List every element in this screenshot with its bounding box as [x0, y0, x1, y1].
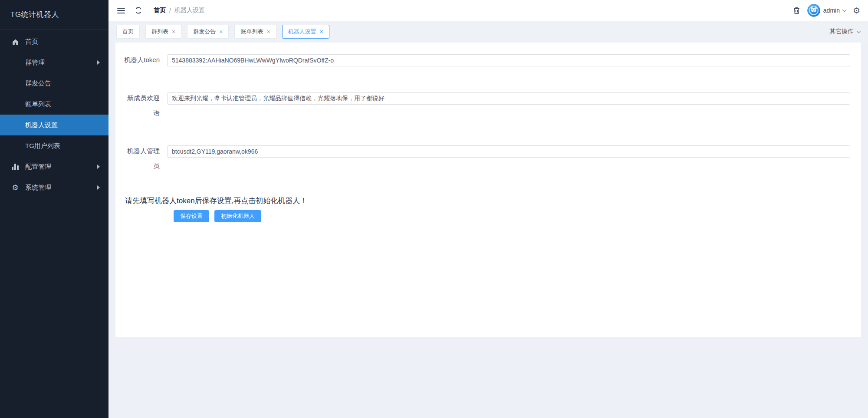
tab-label: 群发公告 — [193, 28, 216, 36]
sidebar-item-broadcast[interactable]: 群发公告 — [0, 73, 108, 94]
sidebar-item-label: 机器人设置 — [25, 121, 58, 129]
bar-chart-icon — [11, 164, 19, 170]
welcome-message-label: 新成员欢迎语 — [124, 91, 160, 120]
sidebar-item-label: 首页 — [25, 38, 38, 46]
chevron-right-icon — [97, 185, 100, 190]
grid-icon — [11, 121, 19, 129]
bot-token-input[interactable] — [167, 54, 850, 66]
collapse-menu-icon[interactable] — [117, 8, 125, 13]
sidebar-item-tg-users[interactable]: TG用户列表 — [0, 135, 108, 156]
more-operations-dropdown[interactable]: 其它操作 — [829, 28, 860, 36]
app-window: TG统计机器人 首页 群管理 群发公告 账单列表 — [0, 0, 868, 418]
setup-hint-text: 请先填写机器人token后保存设置,再点击初始化机器人！ — [125, 196, 850, 206]
close-icon[interactable]: × — [172, 29, 175, 35]
gear-icon: ⚙ — [11, 184, 19, 191]
chevron-right-icon — [97, 60, 100, 65]
sidebar-item-bot-settings[interactable]: 机器人设置 — [0, 115, 108, 135]
tab-bot-settings[interactable]: 机器人设置 × — [282, 25, 329, 39]
welcome-message-input[interactable] — [167, 92, 850, 105]
user-menu[interactable]: admin — [807, 4, 846, 17]
sidebar-item-system-manage[interactable]: ⚙ 系统管理 — [0, 177, 108, 198]
form-row-admins: 机器人管理员 — [124, 145, 850, 173]
user-name: admin — [823, 7, 840, 14]
home-icon — [11, 38, 19, 46]
tab-label: 群列表 — [151, 28, 168, 36]
grid-icon — [11, 79, 19, 87]
sidebar-item-label: 系统管理 — [25, 184, 51, 192]
content-area: 机器人token 新成员欢迎语 机器人管理员 请先填写机器人token后保存设置… — [108, 43, 868, 418]
sidebar-item-group-manage[interactable]: 群管理 — [0, 52, 108, 73]
tab-label: 首页 — [122, 28, 134, 36]
refresh-icon[interactable] — [135, 7, 142, 14]
chevron-right-icon — [97, 165, 100, 169]
tab-label: 账单列表 — [240, 28, 263, 36]
user-avatar — [807, 4, 820, 17]
bot-admins-input[interactable] — [167, 145, 850, 158]
init-bot-button[interactable]: 初始化机器人 — [214, 210, 261, 222]
grid-icon — [11, 59, 19, 66]
close-icon[interactable]: × — [320, 29, 323, 35]
tab-home[interactable]: 首页 — [116, 25, 140, 39]
close-icon[interactable]: × — [266, 29, 270, 35]
tab-bar: 首页 群列表 × 群发公告 × 账单列表 × 机器人设置 × 其它操作 — [108, 21, 868, 43]
breadcrumb: 首页 / 机器人设置 — [154, 7, 205, 14]
sidebar: TG统计机器人 首页 群管理 群发公告 账单列表 — [0, 0, 108, 418]
app-title: TG统计机器人 — [0, 0, 108, 30]
sidebar-item-config-manage[interactable]: 配置管理 — [0, 156, 108, 177]
tab-label: 机器人设置 — [288, 28, 316, 36]
breadcrumb-current: 机器人设置 — [174, 7, 205, 14]
sidebar-item-label: 配置管理 — [25, 163, 51, 171]
breadcrumb-separator: / — [169, 7, 171, 14]
bot-admins-label: 机器人管理员 — [124, 144, 160, 173]
main-area: 首页 / 机器人设置 — [108, 0, 868, 418]
grid-icon — [11, 100, 19, 108]
sidebar-item-label: TG用户列表 — [25, 142, 60, 150]
settings-gear-icon[interactable]: ⚙ — [853, 7, 860, 15]
tab-bill-list[interactable]: 账单列表 × — [234, 25, 276, 39]
bot-token-label: 机器人token — [124, 53, 160, 67]
sidebar-item-bill-list[interactable]: 账单列表 — [0, 94, 108, 115]
sidebar-item-label: 群管理 — [25, 59, 45, 67]
header-actions: admin ⚙ — [793, 4, 860, 17]
breadcrumb-home[interactable]: 首页 — [154, 7, 166, 14]
more-operations-label: 其它操作 — [829, 28, 854, 36]
save-settings-button[interactable]: 保存设置 — [174, 210, 209, 222]
chevron-down-icon — [842, 7, 847, 12]
sidebar-item-label: 群发公告 — [25, 79, 51, 88]
sidebar-item-home[interactable]: 首页 — [0, 31, 108, 52]
button-row: 保存设置 初始化机器人 — [174, 210, 850, 222]
tab-group-list[interactable]: 群列表 × — [145, 25, 181, 39]
trash-icon[interactable] — [793, 7, 800, 14]
settings-card: 机器人token 新成员欢迎语 机器人管理员 请先填写机器人token后保存设置… — [115, 43, 861, 337]
top-header: 首页 / 机器人设置 — [108, 0, 868, 21]
form-row-welcome: 新成员欢迎语 — [124, 92, 850, 120]
tab-broadcast[interactable]: 群发公告 × — [187, 25, 229, 39]
form-row-token: 机器人token — [124, 54, 850, 67]
sidebar-item-label: 账单列表 — [25, 100, 51, 109]
chevron-down-icon — [857, 29, 861, 33]
grid-icon — [11, 142, 19, 150]
close-icon[interactable]: × — [219, 29, 223, 35]
sidebar-nav: 首页 群管理 群发公告 账单列表 机器人设置 TG用户列表 — [0, 30, 108, 198]
